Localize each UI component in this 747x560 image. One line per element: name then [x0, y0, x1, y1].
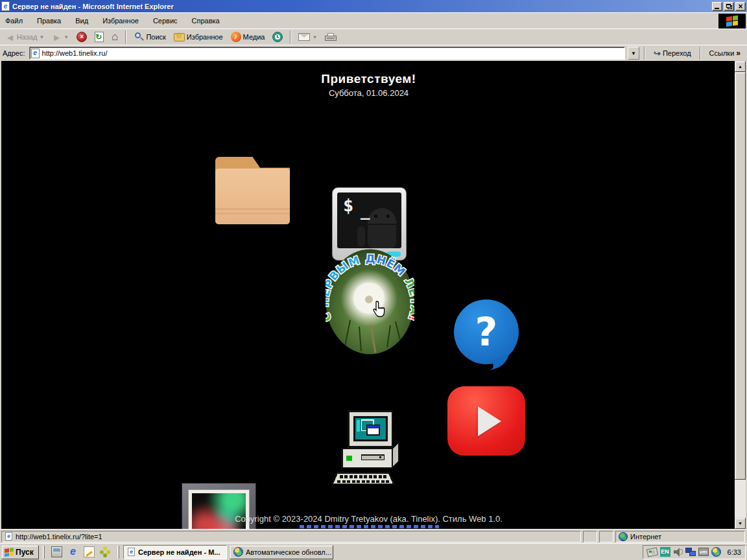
- status-zone-label: Интернет: [630, 533, 661, 541]
- vertical-scrollbar[interactable]: ▲ ▼: [735, 61, 746, 529]
- folder-icon[interactable]: [215, 153, 290, 224]
- start-windows-flag-icon: [5, 548, 14, 557]
- mail-button[interactable]: ▼: [296, 32, 320, 42]
- window-ie-icon: e: [1, 1, 10, 11]
- favorites-button[interactable]: ★ Избранное: [171, 32, 226, 43]
- play-triangle-icon: [478, 406, 501, 436]
- restore-button[interactable]: [724, 2, 734, 11]
- tray-network-icon[interactable]: [685, 548, 696, 556]
- go-button[interactable]: ↪ Переход: [650, 47, 695, 60]
- address-input[interactable]: e http://web1.tinelix.ru/: [29, 47, 625, 60]
- quick-launch-ie-icon[interactable]: e: [67, 546, 78, 557]
- scrollbar-thumb[interactable]: [735, 72, 746, 480]
- clipped-link-fragment[interactable]: [300, 525, 439, 528]
- ie-throbber: [718, 14, 746, 29]
- window-title: Сервер не найден - Microsoft Internet Ex…: [12, 3, 711, 10]
- back-button[interactable]: ◄ Назад ▼: [3, 31, 47, 43]
- help-bubble-icon[interactable]: ?: [452, 298, 521, 371]
- taskbar-separator: [117, 546, 119, 559]
- favorites-icon: ★: [174, 33, 185, 41]
- status-url-panel: e http://web1.tinelix.ru/?lite=1: [1, 531, 581, 542]
- scroll-down-button[interactable]: ▼: [735, 518, 746, 529]
- links-chevron-icon[interactable]: »: [736, 49, 741, 58]
- retro-computer-icon[interactable]: [331, 410, 412, 494]
- tray-keyboard-icon[interactable]: [646, 547, 658, 557]
- tray-update-globe-icon[interactable]: [711, 547, 721, 557]
- menu-help[interactable]: Справка: [192, 17, 220, 25]
- page-ie-icon: e: [31, 49, 40, 58]
- search-label: Поиск: [146, 33, 165, 41]
- media-icon: ♪: [231, 32, 241, 42]
- home-icon: ⌂: [112, 32, 118, 42]
- titlebar[interactable]: e Сервер не найден - Microsoft Internet …: [0, 0, 747, 12]
- forward-button[interactable]: ► ▼: [49, 31, 71, 43]
- home-button[interactable]: ⌂: [109, 30, 121, 43]
- menu-file[interactable]: Файл: [5, 17, 23, 25]
- address-url[interactable]: http://web1.tinelix.ru/: [42, 49, 108, 57]
- address-separator: [644, 47, 645, 60]
- android-robot-icon: [368, 208, 396, 224]
- media-label: Медиа: [243, 33, 265, 41]
- task-browser-label: Сервер не найден - M...: [138, 548, 220, 556]
- forward-dropdown-icon[interactable]: ▼: [64, 34, 69, 40]
- question-mark: ?: [475, 309, 498, 355]
- task-button-update[interactable]: Автоматическое обновл...: [230, 545, 333, 559]
- tray-language-indicator[interactable]: EN: [660, 547, 670, 557]
- menu-tools[interactable]: Сервис: [153, 17, 178, 25]
- refresh-button[interactable]: ↻: [92, 30, 106, 43]
- history-button[interactable]: [270, 30, 285, 43]
- windows-update-icon: [233, 547, 243, 557]
- menu-view[interactable]: Вид: [75, 17, 88, 25]
- tray-vmware-icon[interactable]: vm: [698, 548, 709, 556]
- task-button-browser[interactable]: e Сервер не найден - M...: [123, 545, 227, 559]
- tray-volume-icon[interactable]: [673, 547, 683, 557]
- search-icon: [134, 32, 144, 42]
- task-update-label: Автоматическое обновл...: [246, 548, 331, 556]
- terminal-cursor: _: [361, 202, 370, 220]
- favorites-label: Избранное: [187, 33, 223, 41]
- close-button[interactable]: ×: [735, 2, 746, 11]
- stop-button[interactable]: ×: [74, 30, 89, 43]
- links-bar[interactable]: Ссылки »: [706, 49, 744, 58]
- menubar: Файл Правка Вид Избранное Сервис Справка: [0, 12, 747, 29]
- search-button[interactable]: Поиск: [131, 30, 168, 43]
- minimize-button[interactable]: [712, 2, 722, 11]
- media-button[interactable]: ♪ Медиа: [228, 30, 268, 43]
- status-bar: e http://web1.tinelix.ru/?lite=1 Интерне…: [0, 529, 747, 543]
- print-button[interactable]: [322, 32, 339, 43]
- quick-launch-show-desktop-icon[interactable]: [51, 546, 62, 557]
- toolbar-separator: [290, 30, 291, 43]
- address-label: Адрес:: [3, 49, 25, 57]
- youtube-icon[interactable]: [447, 386, 525, 456]
- terminal-screen: $ _: [337, 192, 401, 248]
- dandelion-summer-icon[interactable]: С ПЕРВЫМ ДНЁМ ЛЕТА!: [326, 249, 414, 355]
- back-label: Назад: [17, 33, 38, 41]
- quick-launch-notes-icon[interactable]: [84, 546, 95, 557]
- windows-flag-icon: [726, 16, 738, 27]
- taskbar-separator: [43, 546, 45, 559]
- browser-viewport: Приветствуем! Суббота, 01.06.2024 $ _: [0, 61, 747, 529]
- go-label: Переход: [663, 49, 691, 57]
- history-icon: [272, 32, 283, 42]
- status-ie-icon: e: [5, 532, 12, 541]
- address-dropdown-button[interactable]: ▼: [628, 47, 639, 60]
- tray-clock[interactable]: 6:33: [728, 548, 741, 556]
- scroll-up-button[interactable]: ▲: [735, 61, 746, 72]
- status-url: http://web1.tinelix.ru/?lite=1: [16, 533, 102, 541]
- menu-edit[interactable]: Правка: [37, 17, 61, 25]
- menu-favorites[interactable]: Избранное: [102, 17, 139, 25]
- back-dropdown-icon[interactable]: ▼: [39, 34, 44, 40]
- links-separator: [700, 47, 701, 60]
- start-button[interactable]: Пуск: [1, 545, 39, 559]
- stop-icon: ×: [77, 32, 87, 42]
- go-arrow-icon: ↪: [654, 49, 661, 58]
- terminal-prompt: $: [343, 195, 353, 215]
- start-label: Пуск: [16, 548, 34, 557]
- forward-arrow-icon: ►: [52, 32, 62, 42]
- taskbar: Пуск e e Сервер не найден - M... Автомат…: [0, 543, 747, 560]
- mail-dropdown-icon[interactable]: ▼: [312, 34, 317, 40]
- task-ie-icon: e: [128, 548, 135, 556]
- quick-launch-icq-icon[interactable]: [100, 546, 111, 557]
- toolbar-separator: [125, 30, 126, 43]
- refresh-icon: ↻: [95, 32, 104, 42]
